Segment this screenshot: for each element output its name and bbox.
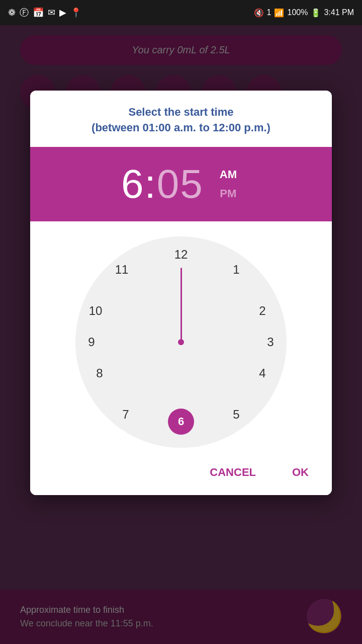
clock-num-11[interactable]: 11 — [113, 261, 131, 279]
pm-label[interactable]: PM — [216, 185, 241, 202]
clock-face[interactable]: 12 1 2 3 4 5 6 7 8 9 10 11 — [75, 236, 287, 448]
battery-icon: 🔋 — [311, 8, 321, 18]
clock-num-8[interactable]: 8 — [90, 364, 109, 382]
dialog-action-buttons: CANCEL OK — [30, 453, 332, 495]
time-separator: : — [145, 162, 157, 206]
time-minutes[interactable]: 05 — [157, 162, 204, 206]
time-hour[interactable]: 6 — [121, 162, 145, 206]
time-display-bar[interactable]: 6:05 AM PM — [30, 147, 332, 221]
clock-selected-circle[interactable]: 6 — [168, 409, 194, 435]
clock-num-1[interactable]: 1 — [227, 261, 245, 279]
signal-label: 1 — [267, 8, 272, 17]
ok-button[interactable]: OK — [284, 462, 317, 483]
clock-status: 3:41 PM — [324, 8, 354, 17]
clock-num-12[interactable]: 12 — [172, 246, 190, 264]
clock-num-5[interactable]: 5 — [227, 406, 245, 424]
signal-bars-icon: 📶 — [274, 8, 284, 18]
time-picker-dialog: Select the start time (between 01:00 a.m… — [30, 91, 332, 495]
am-label[interactable]: AM — [216, 166, 241, 183]
ampm-selector[interactable]: AM PM — [216, 166, 241, 202]
time-display-value[interactable]: 6:05 — [121, 161, 204, 207]
dialog-header: Select the start time (between 01:00 a.m… — [30, 91, 332, 147]
battery-label: 100% — [287, 8, 308, 17]
mute-icon: 🔇 — [254, 8, 264, 18]
gmail-icon: ✉ — [48, 7, 55, 18]
clock-num-2[interactable]: 2 — [253, 302, 272, 320]
clock-num-3[interactable]: 3 — [261, 333, 280, 351]
status-icons-right: 🔇 1 📶 100% 🔋 3:41 PM — [254, 8, 354, 18]
facebook-icon: Ⓕ — [20, 7, 29, 19]
clock-num-7[interactable]: 7 — [117, 406, 135, 424]
dialog-title: Select the start time (between 01:00 a.m… — [45, 105, 317, 136]
status-bar: ❁ Ⓕ 📅 ✉ ▶ 📍 🔇 1 📶 100% 🔋 3:41 PM — [0, 0, 362, 25]
clock-num-4[interactable]: 4 — [253, 364, 272, 382]
cancel-button[interactable]: CANCEL — [202, 462, 264, 483]
clock-container: 12 1 2 3 4 5 6 7 8 9 10 11 — [30, 221, 332, 453]
calendar-icon: 📅 — [33, 7, 44, 18]
whatsapp-icon: ❁ — [8, 7, 16, 18]
clock-num-10[interactable]: 10 — [86, 302, 105, 320]
maps-icon: 📍 — [70, 7, 81, 18]
status-icons-left: ❁ Ⓕ 📅 ✉ ▶ 📍 — [8, 7, 81, 19]
clock-center-dot — [178, 339, 184, 345]
play-icon: ▶ — [59, 7, 66, 18]
clock-num-9[interactable]: 9 — [82, 333, 101, 351]
clock-hand-line — [180, 268, 182, 342]
